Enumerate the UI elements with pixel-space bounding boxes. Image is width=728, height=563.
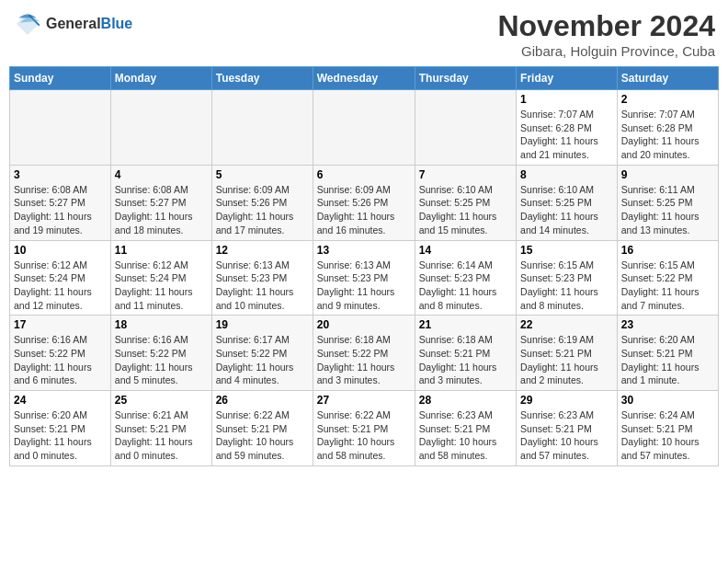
calendar-cell — [110, 90, 211, 166]
day-info: Sunrise: 7:07 AMSunset: 6:28 PMDaylight:… — [621, 108, 714, 162]
day-number: 21 — [419, 318, 512, 331]
calendar-cell: 17Sunrise: 6:16 AMSunset: 5:22 PMDayligh… — [10, 316, 111, 391]
day-info: Sunrise: 6:12 AMSunset: 5:24 PMDaylight:… — [115, 259, 208, 313]
day-number: 8 — [520, 168, 613, 181]
day-info: Sunrise: 6:12 AMSunset: 5:24 PMDaylight:… — [14, 259, 107, 313]
calendar-cell: 16Sunrise: 6:15 AMSunset: 5:22 PMDayligh… — [617, 240, 718, 316]
calendar-week-row: 1Sunrise: 7:07 AMSunset: 6:28 PMDaylight… — [10, 90, 719, 166]
calendar-cell: 4Sunrise: 6:08 AMSunset: 5:27 PMDaylight… — [110, 165, 211, 240]
day-number: 5 — [216, 168, 309, 181]
calendar-cell: 7Sunrise: 6:10 AMSunset: 5:25 PMDaylight… — [415, 165, 516, 240]
calendar-week-row: 17Sunrise: 6:16 AMSunset: 5:22 PMDayligh… — [10, 316, 719, 391]
day-info: Sunrise: 6:08 AMSunset: 5:27 PMDaylight:… — [115, 183, 208, 237]
calendar-cell: 23Sunrise: 6:20 AMSunset: 5:21 PMDayligh… — [617, 316, 718, 391]
weekday-header: Wednesday — [313, 67, 415, 90]
day-number: 16 — [621, 244, 714, 257]
calendar-cell: 3Sunrise: 6:08 AMSunset: 5:27 PMDaylight… — [10, 165, 111, 240]
weekday-header: Tuesday — [211, 67, 313, 90]
day-number: 23 — [621, 318, 714, 331]
calendar-header-row: SundayMondayTuesdayWednesdayThursdayFrid… — [10, 67, 719, 90]
month-title: November 2024 — [497, 9, 715, 43]
day-number: 12 — [216, 244, 309, 257]
logo-icon — [13, 9, 42, 39]
logo-text: GeneralBlue — [46, 16, 132, 32]
calendar-cell: 2Sunrise: 7:07 AMSunset: 6:28 PMDaylight… — [617, 90, 718, 166]
day-info: Sunrise: 6:10 AMSunset: 5:25 PMDaylight:… — [520, 183, 613, 237]
day-number: 29 — [520, 394, 613, 407]
calendar-cell: 21Sunrise: 6:18 AMSunset: 5:21 PMDayligh… — [415, 316, 516, 391]
logo-blue: Blue — [101, 16, 133, 31]
logo: GeneralBlue — [13, 9, 132, 39]
day-info: Sunrise: 6:21 AMSunset: 5:21 PMDaylight:… — [115, 408, 208, 463]
day-info: Sunrise: 6:20 AMSunset: 5:21 PMDaylight:… — [621, 333, 714, 387]
day-number: 22 — [520, 318, 613, 331]
day-info: Sunrise: 6:10 AMSunset: 5:25 PMDaylight:… — [419, 183, 512, 237]
calendar-cell: 10Sunrise: 6:12 AMSunset: 5:24 PMDayligh… — [10, 240, 111, 316]
calendar-cell: 11Sunrise: 6:12 AMSunset: 5:24 PMDayligh… — [110, 240, 211, 316]
day-number: 20 — [317, 318, 411, 331]
weekday-header: Monday — [110, 67, 211, 90]
calendar-cell: 12Sunrise: 6:13 AMSunset: 5:23 PMDayligh… — [211, 240, 313, 316]
calendar-cell: 29Sunrise: 6:23 AMSunset: 5:21 PMDayligh… — [517, 391, 618, 466]
calendar-cell — [10, 90, 111, 166]
day-info: Sunrise: 6:09 AMSunset: 5:26 PMDaylight:… — [216, 183, 309, 237]
calendar-cell: 9Sunrise: 6:11 AMSunset: 5:25 PMDaylight… — [617, 165, 718, 240]
calendar-cell: 26Sunrise: 6:22 AMSunset: 5:21 PMDayligh… — [211, 391, 313, 466]
day-number: 1 — [520, 93, 613, 106]
day-info: Sunrise: 6:18 AMSunset: 5:22 PMDaylight:… — [317, 333, 411, 387]
calendar-cell: 28Sunrise: 6:23 AMSunset: 5:21 PMDayligh… — [415, 391, 516, 466]
day-info: Sunrise: 6:08 AMSunset: 5:27 PMDaylight:… — [14, 183, 107, 237]
calendar-cell: 1Sunrise: 7:07 AMSunset: 6:28 PMDaylight… — [517, 90, 618, 166]
day-number: 26 — [216, 394, 309, 407]
day-info: Sunrise: 6:20 AMSunset: 5:21 PMDaylight:… — [14, 408, 107, 463]
day-info: Sunrise: 6:15 AMSunset: 5:22 PMDaylight:… — [621, 259, 714, 313]
day-info: Sunrise: 6:18 AMSunset: 5:21 PMDaylight:… — [419, 333, 512, 387]
day-info: Sunrise: 6:13 AMSunset: 5:23 PMDaylight:… — [216, 259, 309, 313]
calendar-cell: 15Sunrise: 6:15 AMSunset: 5:23 PMDayligh… — [517, 240, 618, 316]
day-info: Sunrise: 6:15 AMSunset: 5:23 PMDaylight:… — [520, 259, 613, 313]
day-info: Sunrise: 6:09 AMSunset: 5:26 PMDaylight:… — [317, 183, 411, 237]
calendar-cell: 6Sunrise: 6:09 AMSunset: 5:26 PMDaylight… — [313, 165, 415, 240]
calendar-cell — [211, 90, 313, 166]
day-number: 24 — [14, 394, 107, 407]
day-number: 7 — [419, 168, 512, 181]
calendar-cell: 20Sunrise: 6:18 AMSunset: 5:22 PMDayligh… — [313, 316, 415, 391]
calendar-week-row: 3Sunrise: 6:08 AMSunset: 5:27 PMDaylight… — [10, 165, 719, 240]
weekday-header: Saturday — [617, 67, 718, 90]
day-number: 3 — [14, 168, 107, 181]
calendar-cell: 24Sunrise: 6:20 AMSunset: 5:21 PMDayligh… — [10, 391, 111, 466]
day-number: 28 — [419, 394, 512, 407]
title-block: November 2024 Gibara, Holguin Province, … — [497, 9, 715, 59]
calendar-cell: 30Sunrise: 6:24 AMSunset: 5:21 PMDayligh… — [617, 391, 718, 466]
day-info: Sunrise: 6:19 AMSunset: 5:21 PMDaylight:… — [520, 333, 613, 387]
day-number: 13 — [317, 244, 411, 257]
calendar-week-row: 10Sunrise: 6:12 AMSunset: 5:24 PMDayligh… — [10, 240, 719, 316]
day-info: Sunrise: 6:17 AMSunset: 5:22 PMDaylight:… — [216, 333, 309, 387]
day-info: Sunrise: 6:24 AMSunset: 5:21 PMDaylight:… — [621, 408, 714, 463]
calendar-cell — [313, 90, 415, 166]
day-number: 18 — [115, 318, 208, 331]
location-title: Gibara, Holguin Province, Cuba — [497, 43, 715, 59]
day-info: Sunrise: 7:07 AMSunset: 6:28 PMDaylight:… — [520, 108, 613, 162]
day-number: 17 — [14, 318, 107, 331]
weekday-header: Sunday — [10, 67, 111, 90]
calendar-cell: 8Sunrise: 6:10 AMSunset: 5:25 PMDaylight… — [517, 165, 618, 240]
calendar-table: SundayMondayTuesdayWednesdayThursdayFrid… — [9, 66, 719, 466]
day-info: Sunrise: 6:11 AMSunset: 5:25 PMDaylight:… — [621, 183, 714, 237]
calendar-cell: 5Sunrise: 6:09 AMSunset: 5:26 PMDaylight… — [211, 165, 313, 240]
day-number: 9 — [621, 168, 714, 181]
calendar-cell: 19Sunrise: 6:17 AMSunset: 5:22 PMDayligh… — [211, 316, 313, 391]
day-info: Sunrise: 6:23 AMSunset: 5:21 PMDaylight:… — [520, 408, 613, 463]
day-number: 10 — [14, 244, 107, 257]
calendar-cell: 25Sunrise: 6:21 AMSunset: 5:21 PMDayligh… — [110, 391, 211, 466]
calendar-cell — [415, 90, 516, 166]
day-number: 30 — [621, 394, 714, 407]
calendar-cell: 27Sunrise: 6:22 AMSunset: 5:21 PMDayligh… — [313, 391, 415, 466]
weekday-header: Thursday — [415, 67, 516, 90]
calendar-cell: 13Sunrise: 6:13 AMSunset: 5:23 PMDayligh… — [313, 240, 415, 316]
day-number: 2 — [621, 93, 714, 106]
day-number: 4 — [115, 168, 208, 181]
day-number: 25 — [115, 394, 208, 407]
calendar-cell: 14Sunrise: 6:14 AMSunset: 5:23 PMDayligh… — [415, 240, 516, 316]
calendar-cell: 18Sunrise: 6:16 AMSunset: 5:22 PMDayligh… — [110, 316, 211, 391]
